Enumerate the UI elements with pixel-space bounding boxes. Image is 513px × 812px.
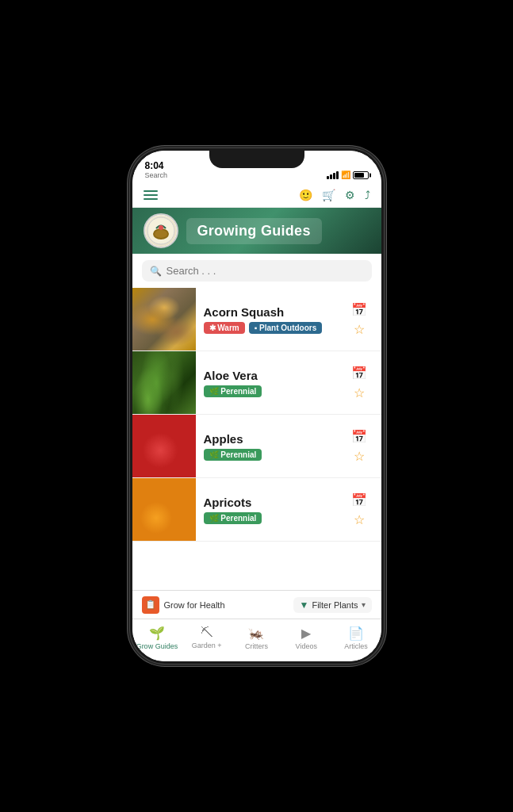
critters-icon: 🦗 <box>248 626 264 641</box>
plant-item-aloe-vera[interactable]: Aloe Vera 🌿 Perennial 📅 ☆ <box>132 351 381 415</box>
tag-warm: ✱ Warm <box>204 322 245 334</box>
plant-image-apples <box>132 415 196 477</box>
tag-perennial-apples: 🌿 Perennial <box>204 449 262 461</box>
wifi-icon: 📶 <box>341 170 350 179</box>
star-icon-aloe-vera[interactable]: ☆ <box>354 385 365 400</box>
plant-info-apricots: Apricots 🌿 Perennial <box>196 478 338 541</box>
tab-critters[interactable]: 🦗 Critters <box>232 624 281 650</box>
tab-videos-label: Videos <box>296 642 317 650</box>
cart-icon[interactable]: 🛒 <box>322 189 335 201</box>
search-icon: 🔍 <box>150 266 162 277</box>
tab-articles-label: Articles <box>344 642 368 650</box>
svg-point-2 <box>155 230 167 238</box>
calendar-icon-acorn-squash[interactable]: 📅 <box>351 302 367 317</box>
app-logo <box>144 213 178 248</box>
filter-bar: 📋 Grow for Health ▼ Filter Plants ▾ <box>132 590 381 619</box>
plant-image-aloe-vera <box>132 351 196 414</box>
grow-health-icon: 📋 <box>142 596 159 614</box>
calendar-icon-aloe-vera[interactable]: 📅 <box>351 366 367 381</box>
tag-perennial-aloe: 🌿 Perennial <box>204 385 262 397</box>
tab-garden[interactable]: ⛏ Garden + <box>182 624 232 649</box>
funnel-icon: ▼ <box>300 599 309 611</box>
tag-perennial-apricots: 🌿 Perennial <box>204 512 262 524</box>
hamburger-menu[interactable] <box>144 190 158 200</box>
status-breadcrumb: Search <box>145 171 168 179</box>
plant-item-apricots[interactable]: Apricots 🌿 Perennial 📅 ☆ <box>132 478 381 542</box>
plant-info-aloe-vera: Aloe Vera 🌿 Perennial <box>196 351 338 414</box>
star-icon-apples[interactable]: ☆ <box>354 449 365 464</box>
calendar-icon-apples[interactable]: 📅 <box>351 429 367 444</box>
plant-tags-apples: 🌿 Perennial <box>204 449 330 461</box>
share-icon[interactable]: ⤴ <box>365 189 370 201</box>
plant-actions-apricots: 📅 ☆ <box>338 478 381 541</box>
star-icon-apricots[interactable]: ☆ <box>354 512 365 527</box>
gear-icon[interactable]: ⚙ <box>345 189 355 201</box>
plant-image-acorn-squash <box>132 288 196 350</box>
tag-plant-outdoors: ▪ Plant Outdoors <box>249 322 323 334</box>
plant-actions-acorn-squash: 📅 ☆ <box>338 288 381 350</box>
signal-icon <box>327 171 339 179</box>
tab-grow-guides-label: Grow Guides <box>136 642 178 650</box>
calendar-icon-apricots[interactable]: 📅 <box>351 492 367 508</box>
plant-name-aloe-vera: Aloe Vera <box>204 369 330 382</box>
plant-item-acorn-squash[interactable]: Acorn Squash ✱ Warm ▪ Plant Outdoors 📅 ☆ <box>132 288 381 351</box>
nav-bar: 🙂 🛒 ⚙ ⤴ <box>132 182 381 208</box>
garden-icon: ⛏ <box>201 626 213 640</box>
emoji-icon[interactable]: 🙂 <box>299 189 312 201</box>
tab-videos[interactable]: ▶ Videos <box>281 624 331 650</box>
plant-item-apples[interactable]: Apples 🌿 Perennial 📅 ☆ <box>132 415 381 478</box>
chevron-down-icon: ▾ <box>362 600 366 609</box>
videos-icon: ▶ <box>301 626 311 641</box>
plant-image-apricots <box>132 478 196 541</box>
plant-info-acorn-squash: Acorn Squash ✱ Warm ▪ Plant Outdoors <box>196 288 338 350</box>
plant-name-apples: Apples <box>204 432 330 446</box>
filter-plants-button[interactable]: ▼ Filter Plants ▾ <box>293 597 372 613</box>
tab-critters-label: Critters <box>245 642 268 650</box>
filter-plants-label: Filter Plants <box>312 600 358 610</box>
search-bar[interactable]: 🔍 <box>142 260 372 282</box>
battery-icon <box>353 171 369 179</box>
plant-actions-aloe-vera: 📅 ☆ <box>338 351 381 414</box>
tab-grow-guides[interactable]: 🌱 Grow Guides <box>132 624 182 650</box>
plant-tags-apricots: 🌿 Perennial <box>204 512 330 524</box>
svg-point-3 <box>159 225 163 230</box>
header-banner: Growing Guides <box>132 208 381 254</box>
plant-name-apricots: Apricots <box>204 496 330 509</box>
plant-list: Acorn Squash ✱ Warm ▪ Plant Outdoors 📅 ☆ <box>132 288 381 590</box>
tab-garden-label: Garden + <box>192 642 222 649</box>
search-input[interactable] <box>167 265 364 277</box>
plant-name-acorn-squash: Acorn Squash <box>204 305 330 319</box>
tab-bar: 🌱 Grow Guides ⛏ Garden + 🦗 Critters ▶ Vi… <box>132 619 381 661</box>
page-title: Growing Guides <box>186 218 322 244</box>
plant-actions-apples: 📅 ☆ <box>338 415 381 477</box>
grow-health-label: Grow for Health <box>164 600 225 610</box>
grow-guides-icon: 🌱 <box>149 626 165 641</box>
status-time: 8:04 <box>145 160 168 171</box>
plant-info-apples: Apples 🌿 Perennial <box>196 415 338 477</box>
tab-articles[interactable]: 📄 Articles <box>331 624 381 650</box>
plant-tags-aloe-vera: 🌿 Perennial <box>204 385 330 397</box>
plant-tags-acorn-squash: ✱ Warm ▪ Plant Outdoors <box>204 322 330 334</box>
articles-icon: 📄 <box>348 626 364 641</box>
star-icon-acorn-squash[interactable]: ☆ <box>354 322 365 337</box>
